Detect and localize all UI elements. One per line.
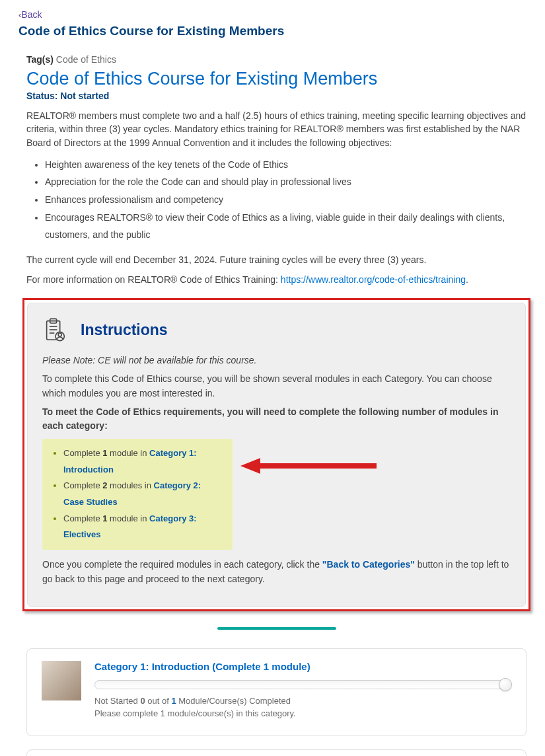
progress-text: Not Started 0 out of 1 Module/Course(s) … [94, 696, 511, 706]
category-title[interactable]: Category 1: Introduction (Complete 1 mod… [94, 661, 511, 672]
back-link[interactable]: ‹Back [18, 9, 527, 20]
svg-marker-8 [240, 458, 260, 474]
course-intro: REALTOR® members must complete two and a… [26, 109, 527, 149]
training-link[interactable]: https://www.realtor.org/code-of-ethics/t… [281, 274, 466, 285]
tags-value: Code of Ethics [56, 54, 116, 65]
more-info-line: For more information on REALTOR® Code of… [26, 273, 527, 286]
category-note: Please complete 1 module/course(s) in th… [94, 708, 511, 718]
instructions-note: Please Note: CE will not be available fo… [42, 354, 511, 368]
instructions-panel: Instructions Please Note: CE will not be… [27, 303, 526, 607]
requirement-item: Complete 2 modules in Category 2: Case S… [63, 478, 223, 510]
arrow-left-icon [238, 456, 383, 478]
requirement-highlight: Complete 1 module in Category 1: Introdu… [42, 439, 233, 550]
category-card[interactable]: Category 1: Introduction (Complete 1 mod… [26, 648, 527, 736]
back-label: Back [21, 9, 42, 20]
requirement-item: Complete 1 module in Category 3: Electiv… [63, 511, 223, 543]
instructions-p1: To complete this Code of Ethics course, … [42, 372, 511, 400]
requirement-item: Complete 1 module in Category 1: Introdu… [63, 445, 223, 478]
instructions-title: Instructions [81, 321, 168, 339]
clipboard-user-icon [42, 317, 69, 343]
tags-label: Tag(s) [26, 54, 54, 65]
instructions-p3: Once you complete the required modules i… [42, 558, 511, 586]
instructions-p2: To meet the Code of Ethics requirements,… [42, 405, 511, 434]
section-divider [217, 627, 336, 630]
course-heading: Code of Ethics Course for Existing Membe… [26, 69, 527, 89]
highlight-frame: Instructions Please Note: CE will not be… [22, 298, 530, 611]
objective-item: Appreciation for the role the Code can a… [45, 173, 527, 191]
objective-item: Heighten awareness of the key tenets of … [45, 156, 527, 174]
objective-item: Enhances professionalism and competency [45, 191, 527, 209]
category-thumbnail [42, 661, 81, 700]
progress-knob-icon [499, 678, 512, 691]
progress-bar [94, 680, 511, 689]
cycle-note: The current cycle will end December 31, … [26, 253, 527, 266]
category-card[interactable]: Category 2: Case Studies (Complete 2 mod… [26, 749, 527, 756]
tags-line: Tag(s) Code of Ethics [26, 54, 527, 65]
objective-item: Encourages REALTORS® to view their Code … [45, 209, 527, 244]
page-title: Code of Ethics Course for Existing Membe… [18, 24, 527, 38]
course-status: Status: Not started [26, 91, 527, 101]
objectives-list: Heighten awareness of the key tenets of … [26, 156, 527, 244]
